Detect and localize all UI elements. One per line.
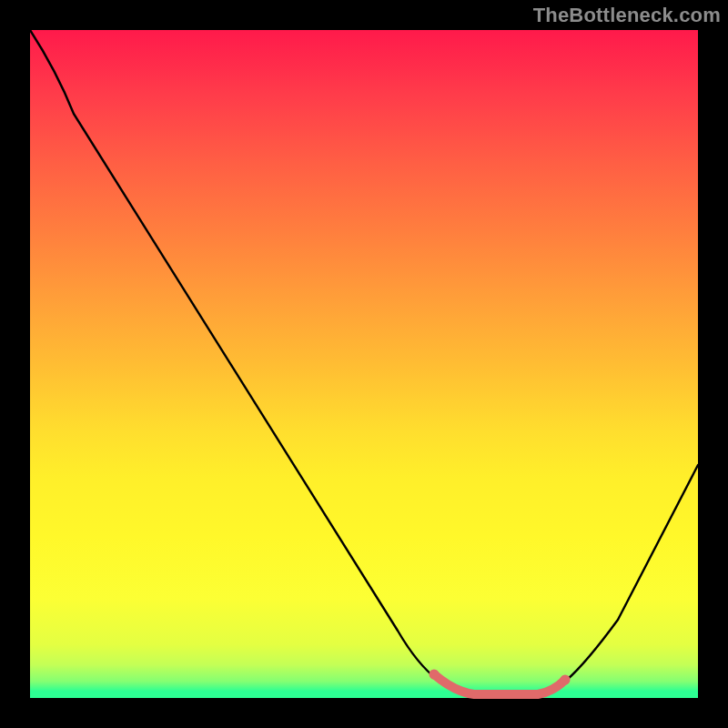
marker-dot-left [430, 670, 440, 680]
watermark-text: TheBottleneck.com [533, 4, 721, 27]
chart-frame: TheBottleneck.com [0, 0, 728, 728]
plot-area [30, 30, 698, 698]
bottom-marker [434, 674, 565, 694]
marker-dot-right [561, 675, 571, 685]
main-curve [30, 30, 698, 694]
line-layer [30, 30, 698, 698]
